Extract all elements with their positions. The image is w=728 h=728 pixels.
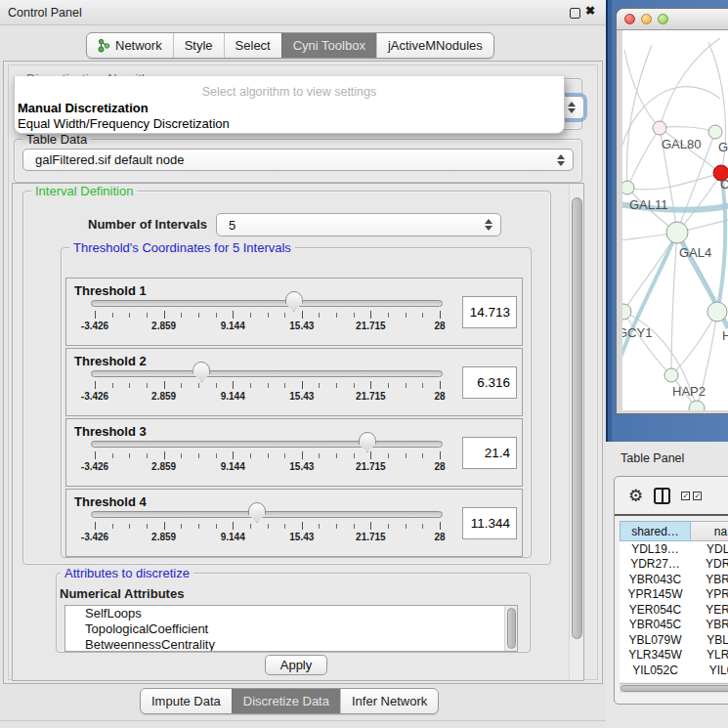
network-edge[interactable] xyxy=(623,233,677,312)
ruler-tick-label: -3.426 xyxy=(81,321,108,331)
slider-track[interactable] xyxy=(91,370,443,377)
popup-item-manual-discretization[interactable]: Manual Discretization xyxy=(18,101,149,115)
algorithm-dropdown-popup: Select algorithm to view settings Manual… xyxy=(14,76,565,134)
table-row[interactable]: YDR27…YDR2 xyxy=(620,557,728,573)
slider-thumb[interactable] xyxy=(285,291,303,312)
ruler-tick xyxy=(95,381,96,389)
slider-ruler: -3.4262.8599.14415.4321.71528 xyxy=(95,381,440,410)
table-row[interactable]: YDL19…YDL1 xyxy=(620,541,728,557)
network-graph: GAL80GACGAL11GAL4GCY1HHAP2 xyxy=(622,30,728,410)
table-row[interactable]: YER054CYER0 xyxy=(620,602,728,618)
network-edge-highlighted[interactable] xyxy=(622,233,677,363)
ruler-tick xyxy=(233,381,234,389)
ruler-tick xyxy=(216,524,217,529)
tab-style[interactable]: Style xyxy=(173,33,224,58)
ruler-tick-label: 9.144 xyxy=(221,532,245,542)
gcy1-node[interactable] xyxy=(622,304,631,320)
tab-select[interactable]: Select xyxy=(224,33,281,58)
network-edge[interactable] xyxy=(627,128,660,188)
popup-item-equal-width-frequency-discretization[interactable]: Equal Width/Frequency Discretization xyxy=(18,116,230,131)
top-right-node[interactable] xyxy=(708,125,722,139)
h-node[interactable] xyxy=(707,302,727,321)
ruler-tick xyxy=(354,453,355,458)
threshold-value-field[interactable]: 11.344 xyxy=(462,507,517,539)
gal80-node[interactable] xyxy=(653,121,666,135)
network-edge[interactable] xyxy=(627,173,721,190)
network-canvas[interactable]: GAL80GACGAL11GAL4GCY1HHAP2 xyxy=(622,30,728,410)
slider-thumb[interactable] xyxy=(359,432,376,452)
ruler-tick xyxy=(319,383,320,388)
column-header-1[interactable]: shared… xyxy=(620,521,691,541)
slider-thumb[interactable] xyxy=(193,362,210,382)
tab-discretize-data[interactable]: Discretize Data xyxy=(232,689,340,713)
attribute-item-betweennesscentrality[interactable]: BetweennessCentrality xyxy=(65,637,517,652)
numerical-attributes-list[interactable]: SelfLoopsTopologicalCoefficientBetweenne… xyxy=(64,605,518,652)
minimize-traffic-light-icon[interactable] xyxy=(641,14,652,24)
ruler-tick xyxy=(164,311,165,319)
table-hscrollbar[interactable] xyxy=(620,683,728,693)
node-attribute-table[interactable]: shared…na YDL19…YDL1YDR27…YDR2YBR043CYBR… xyxy=(620,521,728,682)
ruler-tick-label: 28 xyxy=(434,461,445,472)
node-label-gal4: GAL4 xyxy=(679,245,711,260)
attributes-scrollbar[interactable] xyxy=(504,606,517,652)
tab-cyni-toolbox[interactable]: Cyni Toolbox xyxy=(281,33,376,58)
threshold-value-field[interactable]: 14.713 xyxy=(462,296,517,328)
ruler-tick xyxy=(406,524,407,529)
table-row[interactable]: YBR045CYBR0 xyxy=(620,618,728,633)
attribute-item-topologicalcoefficient[interactable]: TopologicalCoefficient xyxy=(65,621,517,637)
table-hscrollbar-thumb[interactable] xyxy=(621,685,728,692)
close-traffic-light-icon[interactable] xyxy=(624,14,635,24)
ruler-tick xyxy=(370,311,371,319)
columns-icon[interactable] xyxy=(654,488,670,504)
slider-track[interactable] xyxy=(91,441,443,448)
threshold-value-field[interactable]: 6.316 xyxy=(462,366,517,399)
slider-track[interactable] xyxy=(91,300,443,307)
attributes-scrollbar-thumb[interactable] xyxy=(507,608,516,649)
attribute-item-selfloops[interactable]: SelfLoops xyxy=(65,606,517,621)
zoom-traffic-light-icon[interactable] xyxy=(658,14,668,24)
checkbox-checked-icon[interactable]: ✓ xyxy=(681,492,690,500)
hap2-node[interactable] xyxy=(664,368,678,382)
gear-icon[interactable]: ⚙ xyxy=(628,488,643,504)
number-of-intervals-combobox[interactable]: 5 xyxy=(216,213,501,236)
table-cell: YER0 xyxy=(691,602,728,618)
float-window-icon[interactable] xyxy=(570,8,580,19)
network-edge[interactable] xyxy=(626,45,652,188)
slider-track[interactable] xyxy=(91,511,443,518)
node-label-c: C xyxy=(720,177,728,192)
table-row[interactable]: YBL079WYBL0 xyxy=(620,632,728,648)
network-edge[interactable] xyxy=(671,312,717,375)
slider-thumb[interactable] xyxy=(248,502,266,523)
table-cell: YLR345W xyxy=(620,648,691,664)
network-edge[interactable] xyxy=(624,50,660,128)
network-edge[interactable] xyxy=(660,38,720,128)
tab-impute-data[interactable]: Impute Data xyxy=(141,689,232,713)
threshold-value-field[interactable]: 21.4 xyxy=(462,437,517,469)
table-data-combobox[interactable]: galFiltered.sif default node xyxy=(22,149,574,171)
ruler-tick-label: -3.426 xyxy=(81,391,108,402)
gal4-node[interactable] xyxy=(666,222,688,243)
checkbox-filter-icons[interactable]: ✓ ✓ xyxy=(681,492,702,500)
table-row[interactable]: YLR345WYLR3 xyxy=(620,648,728,664)
settings-scrollbar-thumb[interactable] xyxy=(572,197,582,639)
ruler-tick xyxy=(388,453,389,458)
tab-infer-network[interactable]: Infer Network xyxy=(340,689,438,713)
apply-button[interactable]: Apply xyxy=(265,655,327,675)
network-edge-highlighted[interactable] xyxy=(717,173,725,312)
table-row[interactable]: YIL052CYIL0 xyxy=(620,663,728,678)
gal11-node[interactable] xyxy=(622,181,634,194)
number-of-intervals-value: 5 xyxy=(229,218,236,233)
close-icon[interactable]: ✖ xyxy=(585,4,599,20)
checkbox-checked-icon[interactable]: ✓ xyxy=(693,492,702,500)
network-edge[interactable] xyxy=(660,127,715,132)
column-header-2[interactable]: na xyxy=(691,521,728,541)
tab-jactivemnodules[interactable]: jActiveMNodules xyxy=(376,33,493,58)
ruler-tick xyxy=(233,522,234,530)
settings-scrollbar[interactable] xyxy=(569,184,583,681)
ruler-tick xyxy=(440,451,441,459)
ruler-tick-label: 28 xyxy=(434,391,445,402)
table-row[interactable]: YBR043CYBR0 xyxy=(620,572,728,587)
network-window-titlebar[interactable] xyxy=(617,9,728,30)
tab-network[interactable]: Network xyxy=(87,33,173,58)
table-row[interactable]: YPR145WYPR1 xyxy=(620,587,728,603)
